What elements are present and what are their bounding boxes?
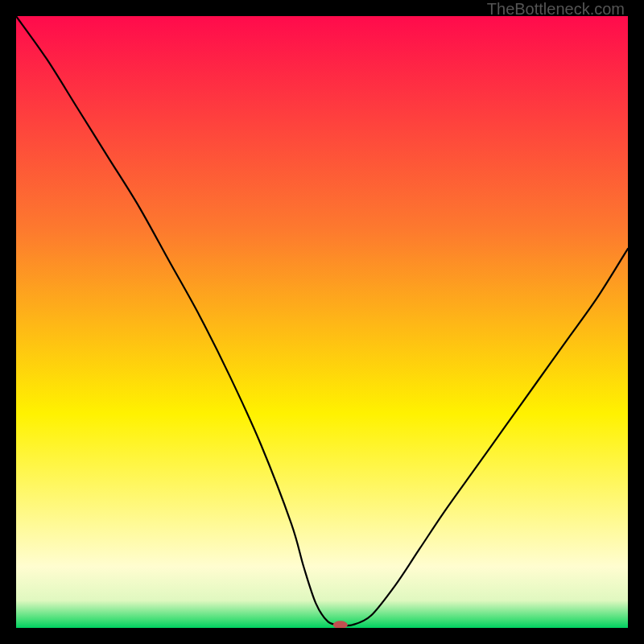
plot-area	[16, 16, 628, 628]
chart-frame: TheBottleneck.com	[0, 0, 644, 644]
watermark-text: TheBottleneck.com	[487, 0, 625, 19]
gradient-background	[16, 16, 628, 628]
chart-svg	[16, 16, 628, 628]
